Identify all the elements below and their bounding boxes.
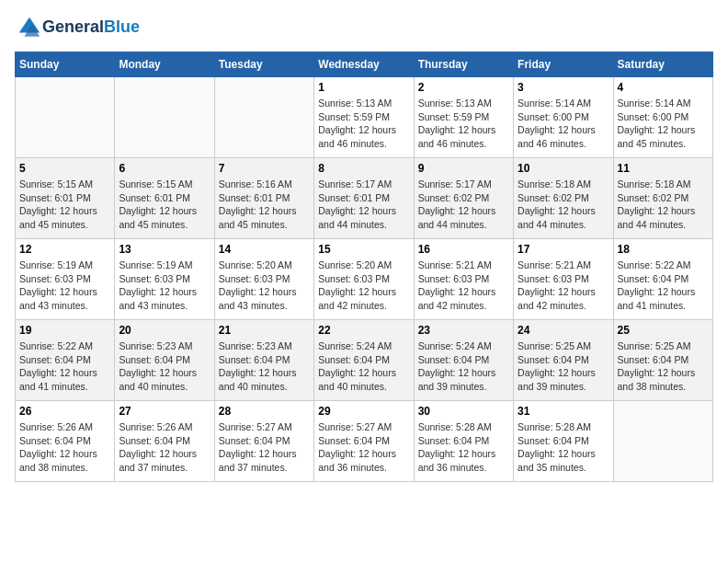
calendar-cell: 29Sunrise: 5:27 AM Sunset: 6:04 PM Dayli… xyxy=(314,401,414,482)
day-info: Sunrise: 5:13 AM Sunset: 5:59 PM Dayligh… xyxy=(318,97,409,151)
day-of-week-header: Saturday xyxy=(613,52,712,77)
day-number: 26 xyxy=(19,405,110,418)
calendar-cell: 10Sunrise: 5:18 AM Sunset: 6:02 PM Dayli… xyxy=(514,158,613,239)
day-info: Sunrise: 5:26 AM Sunset: 6:04 PM Dayligh… xyxy=(19,420,110,475)
day-of-week-header: Tuesday xyxy=(214,52,313,77)
calendar-cell xyxy=(613,401,712,482)
calendar-cell: 3Sunrise: 5:14 AM Sunset: 6:00 PM Daylig… xyxy=(514,77,613,158)
day-number: 29 xyxy=(318,405,409,418)
calendar-cell: 24Sunrise: 5:25 AM Sunset: 6:04 PM Dayli… xyxy=(514,320,613,401)
day-info: Sunrise: 5:28 AM Sunset: 6:04 PM Dayligh… xyxy=(518,420,609,475)
calendar-week-row: 26Sunrise: 5:26 AM Sunset: 6:04 PM Dayli… xyxy=(16,401,713,482)
calendar-cell: 12Sunrise: 5:19 AM Sunset: 6:03 PM Dayli… xyxy=(16,239,115,320)
calendar-cell: 1Sunrise: 5:13 AM Sunset: 5:59 PM Daylig… xyxy=(314,77,414,158)
calendar-cell: 8Sunrise: 5:17 AM Sunset: 6:01 PM Daylig… xyxy=(314,158,414,239)
day-info: Sunrise: 5:19 AM Sunset: 6:03 PM Dayligh… xyxy=(119,259,210,313)
day-info: Sunrise: 5:14 AM Sunset: 6:00 PM Dayligh… xyxy=(618,97,709,151)
calendar-cell: 23Sunrise: 5:24 AM Sunset: 6:04 PM Dayli… xyxy=(414,320,513,401)
day-info: Sunrise: 5:21 AM Sunset: 6:03 PM Dayligh… xyxy=(518,259,609,313)
day-number: 6 xyxy=(119,162,210,175)
day-info: Sunrise: 5:15 AM Sunset: 6:01 PM Dayligh… xyxy=(119,178,210,232)
day-number: 25 xyxy=(618,324,709,337)
calendar-body: 1Sunrise: 5:13 AM Sunset: 5:59 PM Daylig… xyxy=(16,77,713,482)
day-number: 20 xyxy=(119,324,210,337)
calendar-cell: 13Sunrise: 5:19 AM Sunset: 6:03 PM Dayli… xyxy=(115,239,214,320)
day-info: Sunrise: 5:25 AM Sunset: 6:04 PM Dayligh… xyxy=(618,339,709,394)
day-number: 4 xyxy=(618,81,709,94)
day-number: 18 xyxy=(618,243,709,256)
calendar-cell: 4Sunrise: 5:14 AM Sunset: 6:00 PM Daylig… xyxy=(613,77,712,158)
day-number: 28 xyxy=(219,405,310,418)
day-number: 13 xyxy=(119,243,210,256)
calendar-cell: 20Sunrise: 5:23 AM Sunset: 6:04 PM Dayli… xyxy=(115,320,214,401)
calendar-week-row: 1Sunrise: 5:13 AM Sunset: 5:59 PM Daylig… xyxy=(16,77,713,158)
day-info: Sunrise: 5:28 AM Sunset: 6:04 PM Dayligh… xyxy=(418,420,509,475)
calendar-cell: 19Sunrise: 5:22 AM Sunset: 6:04 PM Dayli… xyxy=(16,320,115,401)
logo-icon xyxy=(17,15,42,40)
day-number: 2 xyxy=(418,81,509,94)
calendar-cell: 22Sunrise: 5:24 AM Sunset: 6:04 PM Dayli… xyxy=(314,320,414,401)
day-number: 24 xyxy=(518,324,609,337)
day-number: 23 xyxy=(418,324,509,337)
calendar-cell: 9Sunrise: 5:17 AM Sunset: 6:02 PM Daylig… xyxy=(414,158,513,239)
logo: GeneralBlue xyxy=(15,15,140,40)
day-info: Sunrise: 5:17 AM Sunset: 6:01 PM Dayligh… xyxy=(318,178,409,232)
day-number: 10 xyxy=(518,162,609,175)
day-number: 5 xyxy=(19,162,110,175)
calendar-cell: 26Sunrise: 5:26 AM Sunset: 6:04 PM Dayli… xyxy=(16,401,115,482)
calendar-cell: 31Sunrise: 5:28 AM Sunset: 6:04 PM Dayli… xyxy=(514,401,613,482)
day-info: Sunrise: 5:18 AM Sunset: 6:02 PM Dayligh… xyxy=(618,178,709,232)
day-number: 9 xyxy=(418,162,509,175)
logo-text: GeneralBlue xyxy=(42,18,140,37)
calendar-week-row: 12Sunrise: 5:19 AM Sunset: 6:03 PM Dayli… xyxy=(16,239,713,320)
calendar-cell: 7Sunrise: 5:16 AM Sunset: 6:01 PM Daylig… xyxy=(214,158,313,239)
day-info: Sunrise: 5:19 AM Sunset: 6:03 PM Dayligh… xyxy=(19,259,110,313)
calendar-cell: 14Sunrise: 5:20 AM Sunset: 6:03 PM Dayli… xyxy=(214,239,313,320)
day-of-week-header: Sunday xyxy=(16,52,115,77)
day-info: Sunrise: 5:22 AM Sunset: 6:04 PM Dayligh… xyxy=(19,339,110,394)
day-info: Sunrise: 5:13 AM Sunset: 5:59 PM Dayligh… xyxy=(418,97,509,151)
day-info: Sunrise: 5:20 AM Sunset: 6:03 PM Dayligh… xyxy=(318,259,409,313)
day-info: Sunrise: 5:16 AM Sunset: 6:01 PM Dayligh… xyxy=(219,178,310,232)
calendar-cell: 18Sunrise: 5:22 AM Sunset: 6:04 PM Dayli… xyxy=(613,239,712,320)
day-number: 30 xyxy=(418,405,509,418)
day-info: Sunrise: 5:14 AM Sunset: 6:00 PM Dayligh… xyxy=(518,97,609,151)
day-number: 16 xyxy=(418,243,509,256)
day-number: 7 xyxy=(219,162,310,175)
day-info: Sunrise: 5:27 AM Sunset: 6:04 PM Dayligh… xyxy=(219,420,310,475)
calendar-cell: 2Sunrise: 5:13 AM Sunset: 5:59 PM Daylig… xyxy=(414,77,513,158)
day-info: Sunrise: 5:27 AM Sunset: 6:04 PM Dayligh… xyxy=(318,420,409,475)
day-info: Sunrise: 5:26 AM Sunset: 6:04 PM Dayligh… xyxy=(119,420,210,475)
calendar-cell: 15Sunrise: 5:20 AM Sunset: 6:03 PM Dayli… xyxy=(314,239,414,320)
day-number: 21 xyxy=(219,324,310,337)
calendar-cell: 25Sunrise: 5:25 AM Sunset: 6:04 PM Dayli… xyxy=(613,320,712,401)
calendar-header-row: SundayMondayTuesdayWednesdayThursdayFrid… xyxy=(16,52,713,77)
calendar-cell: 11Sunrise: 5:18 AM Sunset: 6:02 PM Dayli… xyxy=(613,158,712,239)
day-info: Sunrise: 5:22 AM Sunset: 6:04 PM Dayligh… xyxy=(618,259,709,313)
calendar-week-row: 5Sunrise: 5:15 AM Sunset: 6:01 PM Daylig… xyxy=(16,158,713,239)
day-info: Sunrise: 5:17 AM Sunset: 6:02 PM Dayligh… xyxy=(418,178,509,232)
day-number: 17 xyxy=(518,243,609,256)
day-of-week-header: Thursday xyxy=(414,52,513,77)
calendar-cell xyxy=(115,77,214,158)
calendar-cell: 28Sunrise: 5:27 AM Sunset: 6:04 PM Dayli… xyxy=(214,401,313,482)
calendar-cell: 6Sunrise: 5:15 AM Sunset: 6:01 PM Daylig… xyxy=(115,158,214,239)
day-number: 27 xyxy=(119,405,210,418)
day-number: 12 xyxy=(19,243,110,256)
day-number: 15 xyxy=(318,243,409,256)
day-info: Sunrise: 5:18 AM Sunset: 6:02 PM Dayligh… xyxy=(518,178,609,232)
day-number: 8 xyxy=(318,162,409,175)
calendar-cell: 21Sunrise: 5:23 AM Sunset: 6:04 PM Dayli… xyxy=(214,320,313,401)
day-info: Sunrise: 5:21 AM Sunset: 6:03 PM Dayligh… xyxy=(418,259,509,313)
day-of-week-header: Monday xyxy=(115,52,214,77)
day-number: 19 xyxy=(19,324,110,337)
day-number: 1 xyxy=(318,81,409,94)
day-info: Sunrise: 5:15 AM Sunset: 6:01 PM Dayligh… xyxy=(19,178,110,232)
calendar-cell xyxy=(16,77,115,158)
calendar-cell: 27Sunrise: 5:26 AM Sunset: 6:04 PM Dayli… xyxy=(115,401,214,482)
day-info: Sunrise: 5:25 AM Sunset: 6:04 PM Dayligh… xyxy=(518,339,609,394)
calendar-cell: 5Sunrise: 5:15 AM Sunset: 6:01 PM Daylig… xyxy=(16,158,115,239)
calendar-table: SundayMondayTuesdayWednesdayThursdayFrid… xyxy=(15,52,713,482)
day-number: 31 xyxy=(518,405,609,418)
day-number: 11 xyxy=(618,162,709,175)
